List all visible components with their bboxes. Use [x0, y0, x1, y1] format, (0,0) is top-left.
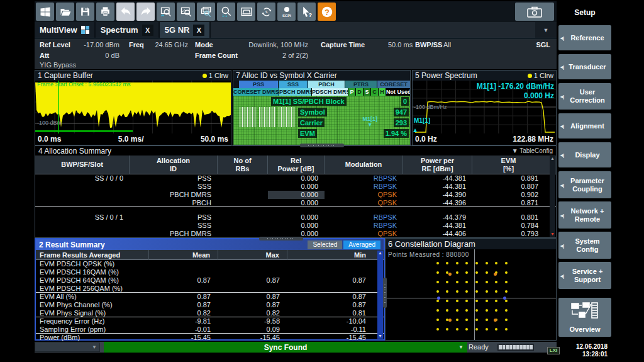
sidebar-item-user-correction[interactable]: ◂|UserCorrection: [558, 83, 611, 110]
sidebar-item-reference[interactable]: ◂|Reference: [558, 25, 611, 50]
table-row[interactable]: Sampling Error (ppm)-0.010.09-0.11: [36, 325, 384, 334]
column-header[interactable]: RelPower [dB]: [268, 156, 325, 174]
table-row[interactable]: SSS0.000RBPSK-44.3810.807: [35, 183, 556, 191]
scroll-down-icon[interactable]: ▼: [378, 334, 382, 339]
table-row[interactable]: EVM PDSCH 64QAM (%)0.870.870.87: [36, 276, 384, 285]
tab-selected[interactable]: Selected: [308, 240, 342, 249]
sidebar-item-overview[interactable]: Overview: [558, 298, 611, 337]
table-row[interactable]: EVM PDSCH QPSK (%): [36, 260, 384, 268]
column-header[interactable]: Frame Results Averaged: [36, 250, 149, 260]
tab-multiview[interactable]: MultiView: [35, 22, 94, 38]
splitter-handle[interactable]: [300, 144, 344, 147]
column-header[interactable]: Min: [287, 250, 374, 260]
multi-window-zoom-button[interactable]: [197, 3, 215, 21]
help-button[interactable]: ?: [318, 3, 336, 21]
print-button[interactable]: [96, 3, 114, 21]
redo-button[interactable]: [136, 3, 155, 21]
alloc-resource-grid[interactable]: M1[1] SS/PBCH Block 0 Symbol 947 Carrier…: [233, 96, 410, 145]
table-row[interactable]: EVM All (%)0.870.870.87: [36, 293, 384, 301]
allocation-summary-body: SS / 0 / 0PSS0.000RBPSK-44.3810.891SSS0.…: [35, 174, 556, 237]
close-icon[interactable]: X: [193, 25, 204, 36]
constellation-title-bar[interactable]: 6 Constellation Diagram: [386, 239, 556, 249]
constellation-dot: [505, 271, 508, 274]
table-row[interactable]: SS / 0 / 0PSS0.000RBPSK-44.3810.891: [35, 174, 556, 183]
trace-legend: 1 Clrw: [528, 72, 553, 79]
column-header[interactable]: AllocationID: [130, 156, 218, 174]
alloc-map-title-bar[interactable]: 7 Alloc ID vs Symbol X Carrier: [233, 71, 410, 81]
table-config-button[interactable]: ▼ TableConfig: [512, 147, 553, 154]
column-header[interactable]: Mean: [149, 250, 218, 260]
close-icon[interactable]: X: [142, 25, 153, 36]
tab-averaged[interactable]: Averaged: [343, 240, 380, 249]
windows-logo-button[interactable]: [36, 3, 54, 21]
table-row[interactable]: Power (dBm)-15.45-15.45-15.45: [36, 334, 384, 342]
power-spectrum-title-bar[interactable]: 5 Power Spectrum 1 Clrw: [413, 71, 556, 81]
table-row[interactable]: SSS0.000RBPSK-44.3810.784: [35, 222, 556, 230]
allocation-summary-scrollbar[interactable]: ▲ ▼: [550, 156, 555, 237]
table-row[interactable]: EVM Phys Signal (%)0.820.820.81: [36, 309, 384, 317]
table-row[interactable]: EVM PDSCH 16QAM (%): [36, 268, 384, 276]
column-header[interactable]: Power perRE [dBm]: [403, 156, 472, 174]
table-row[interactable]: EVM Phys Channel (%)0.870.870.87: [36, 301, 384, 309]
marker-m1-label[interactable]: M1[1]: [414, 117, 430, 124]
splitter-handle[interactable]: [259, 237, 303, 240]
sidebar-item-system-config[interactable]: ◂|SystemConfig: [558, 232, 611, 259]
save-button[interactable]: [76, 3, 94, 21]
context-help-button[interactable]: ?: [297, 3, 316, 21]
marker-row2-label: Carrier: [298, 118, 325, 127]
constellation-plot[interactable]: Points Measured : 880800: [386, 249, 556, 340]
column-header[interactable]: No ofRBs: [218, 156, 268, 174]
sidebar-item-service-support[interactable]: ◂|Service +Support: [558, 262, 611, 289]
column-header[interactable]: Max: [218, 250, 287, 260]
cell: -44.396: [403, 199, 472, 206]
constellation-dot: [436, 290, 439, 293]
channel-info-bar[interactable]: Ref Level -17.00 dBm Freq 24.65 GHz Mode…: [35, 39, 557, 69]
table-row[interactable]: EVM PDSCH 256QAM (%): [36, 285, 384, 293]
column-header[interactable]: Modulation: [325, 156, 403, 174]
tab-list-dropdown[interactable]: ▼: [535, 22, 557, 38]
scroll-up-icon[interactable]: ▲: [378, 251, 382, 256]
sidebar-item-display[interactable]: ◂|Display: [558, 142, 611, 167]
display-frame-button[interactable]: [237, 3, 255, 21]
open-file-button[interactable]: [56, 3, 74, 21]
tab-5g-nr[interactable]: 5G NR X: [160, 22, 210, 38]
constellation-panel: 6 Constellation Diagram Points Measured …: [385, 238, 557, 341]
tab-spectrum[interactable]: Spectrum X: [96, 22, 158, 38]
table-row[interactable]: Frequency Error (Hz)-9.81-9.58-10.04: [36, 317, 384, 325]
column-header[interactable]: EVM[%]: [472, 156, 545, 174]
table-row[interactable]: PBCH DMRS0.000QPSK-44.3900.902: [35, 191, 556, 199]
sweep-refresh-button[interactable]: s: [257, 3, 275, 21]
power-spectrum-plot[interactable]: M1[1] -176.20 dBm/Hz 0.000 Hz -100 dBm/H…: [413, 81, 556, 133]
sidebar-item-network-remote[interactable]: ◂|Network +Remote: [558, 201, 611, 229]
scpi-recorder-button[interactable]: SCPI: [277, 3, 296, 21]
sidebar-item-parameter-coupling[interactable]: ◂|ParameterCoupling: [558, 171, 611, 198]
status-message-dropdown[interactable]: ▼: [35, 342, 100, 352]
undo-button[interactable]: [116, 3, 135, 21]
splitter-handle[interactable]: [383, 278, 387, 308]
constellation-dot: [448, 273, 452, 276]
sidebar-item-label: Display: [575, 151, 599, 159]
scroll-down-icon[interactable]: ▼: [550, 232, 555, 237]
table-row[interactable]: SS / 0 / 1PSS0.000RBPSK-44.3790.801: [35, 213, 556, 222]
column-header[interactable]: BWP/SF/Slot: [35, 156, 130, 174]
cell: -0.11: [287, 325, 374, 333]
result-summary-scrollbar[interactable]: ▲ ▼: [377, 251, 383, 339]
multiview-grid-icon: [81, 26, 89, 34]
capture-buffer-plot[interactable]: Frame Start Offset : 5.966023542 ms -100…: [35, 81, 231, 133]
capture-buffer-title-bar[interactable]: 1 Capture Buffer 1 Clrw: [35, 71, 231, 81]
table-row[interactable]: PBCH0.000QPSK-44.3960.871: [35, 199, 556, 207]
sidebar-item-transducer[interactable]: ◂|Transducer: [558, 54, 611, 79]
zoom-selection-button[interactable]: [177, 3, 195, 21]
x-axis-start: 0.0 Hz: [415, 135, 437, 144]
marker-m1-symbol[interactable]: M1[1]▼: [362, 116, 377, 128]
allocation-summary-title-bar[interactable]: 4 Allocation Summary ▼ TableConfig: [35, 146, 556, 156]
scroll-up-icon[interactable]: ▲: [550, 156, 555, 161]
chevron-down-icon[interactable]: ▼: [458, 344, 464, 350]
sync-status-bar[interactable]: Sync Found ▼: [104, 342, 467, 353]
cell: [287, 268, 374, 276]
zoom-1-1-button[interactable]: 1:1: [217, 3, 235, 21]
sidebar-item-alignment[interactable]: ◂|Alignment: [558, 113, 611, 139]
result-summary-title-bar[interactable]: 2 Result Summary Selected Averaged: [36, 239, 384, 250]
screenshot-button[interactable]: [515, 3, 554, 21]
zoom-trace-button[interactable]: [157, 3, 175, 21]
